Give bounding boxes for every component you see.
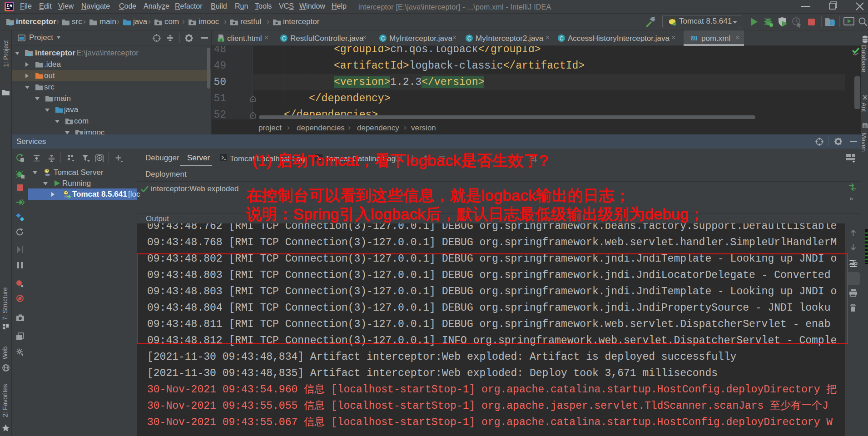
svg-text:H: H [220,38,222,42]
